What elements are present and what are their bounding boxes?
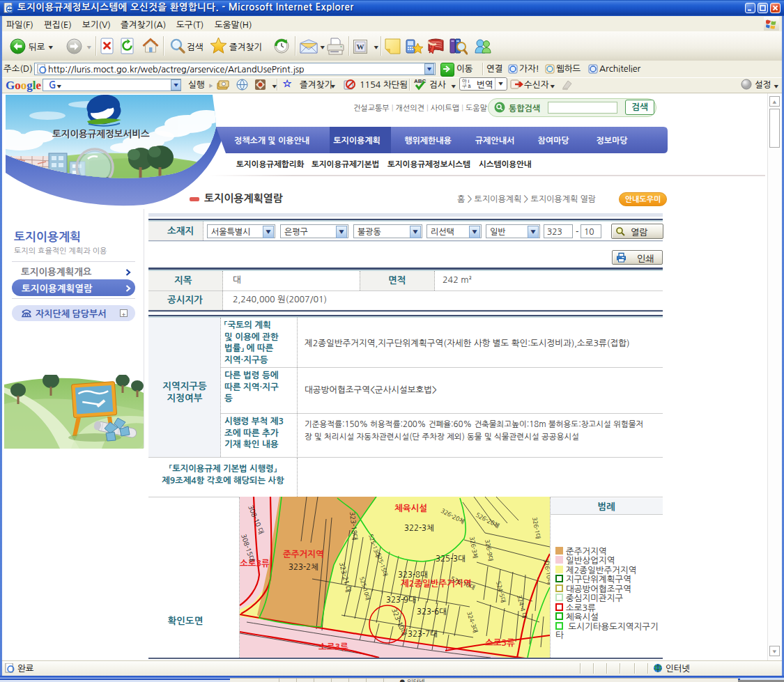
svg-text:322-3체: 322-3체	[404, 524, 434, 532]
svg-text:323-6대: 323-6대	[417, 607, 447, 616]
svg-text:325-3대: 325-3대	[436, 555, 466, 563]
svg-text:323-2체: 323-2체	[289, 563, 318, 571]
svg-text:소로3류: 소로3류	[318, 642, 348, 651]
svg-text:소로3류: 소로3류	[485, 638, 515, 647]
svg-text:323-8대: 323-8대	[398, 571, 428, 579]
svg-text:ABC: ABC	[414, 78, 426, 84]
svg-text:323-7대: 323-7대	[408, 630, 438, 638]
svg-text:323-9대: 323-9대	[386, 596, 416, 604]
svg-text:W: W	[357, 42, 364, 51]
svg-text:체육시설: 체육시설	[394, 504, 427, 513]
svg-text:준주거지역: 준주거지역	[283, 550, 324, 559]
